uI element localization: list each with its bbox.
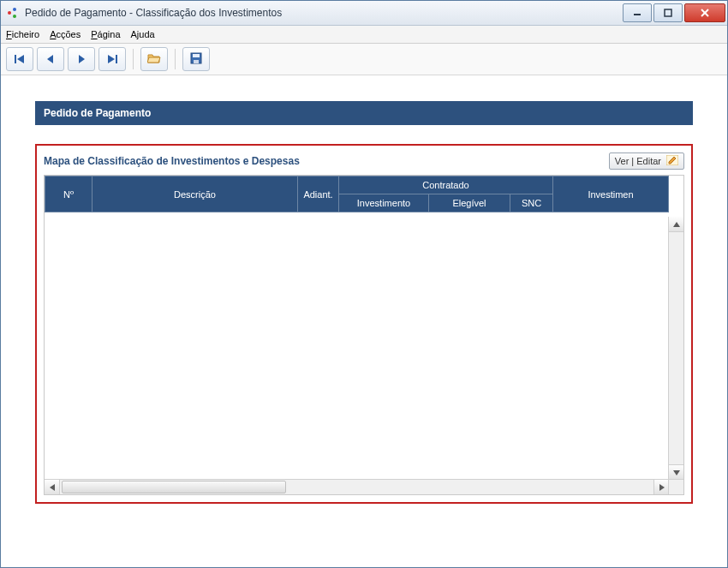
save-button[interactable] [182,47,210,71]
edit-icon [666,155,678,167]
ver-editar-button[interactable]: Ver | Editar [609,152,684,170]
col-numero[interactable]: Nº [45,176,92,212]
svg-rect-7 [15,55,16,63]
toolbar-separator [175,49,176,69]
svg-rect-4 [665,9,671,16]
panel-title: Pedido de Pagamento [35,101,693,125]
svg-point-0 [8,11,11,15]
col-elegivel[interactable]: Elegível [429,194,510,212]
menu-accoes[interactable]: Acções [50,29,81,39]
nav-first-button[interactable] [6,47,33,71]
grid-body-empty [45,212,683,494]
window-title: Pedido de Pagamento - Classificação dos … [25,7,621,19]
col-snc[interactable]: SNC [510,194,553,212]
nav-prev-button[interactable] [37,47,64,71]
scroll-down-arrow-icon[interactable] [669,464,683,480]
svg-rect-12 [116,55,117,63]
horizontal-scroll-thumb[interactable] [62,481,286,493]
svg-line-5 [701,9,708,16]
svg-marker-18 [673,470,680,475]
nav-next-button[interactable] [68,47,95,71]
maximize-button[interactable] [653,3,683,22]
svg-point-1 [13,8,16,11]
ver-editar-label: Ver | Editar [615,156,661,166]
svg-rect-14 [193,54,200,57]
folder-open-icon [147,52,161,66]
col-investimento[interactable]: Investimento [339,194,429,212]
svg-marker-10 [79,55,85,63]
nav-last-button[interactable] [98,47,126,71]
toolbar-separator [133,49,134,69]
scroll-up-arrow-icon[interactable] [669,217,683,232]
scroll-right-arrow-icon[interactable] [653,480,669,494]
minimize-button[interactable] [623,3,652,22]
close-button[interactable] [684,3,725,22]
svg-marker-19 [50,484,55,491]
col-descricao[interactable]: Descrição [92,176,298,212]
window-controls [621,3,725,22]
svg-point-2 [13,15,16,18]
toolbar [1,44,727,75]
scroll-corner [668,479,683,494]
col-adiant[interactable]: Adiant. [298,176,339,212]
horizontal-scrollbar[interactable] [45,479,669,494]
app-icon [6,6,20,20]
section-header: Mapa de Classificação de Investimentos e… [44,151,684,175]
svg-marker-17 [673,222,680,227]
menu-ficheiro[interactable]: Ficheiro [6,29,39,39]
col-group-contratado[interactable]: Contratado [339,176,553,194]
grid-header: Nº Descrição Adiant. Contratado Investim… [45,176,669,212]
svg-marker-9 [47,55,53,63]
svg-rect-15 [194,60,199,63]
menubar: Ficheiro Acções Página Ajuda [1,26,727,44]
svg-marker-20 [659,484,665,491]
content-area: Pedido de Pagamento Mapa de Classificaçã… [1,75,727,567]
svg-marker-11 [108,55,115,63]
menu-pagina[interactable]: Página [91,29,120,39]
section-highlight-frame: Mapa de Classificação de Investimentos e… [35,144,693,504]
vertical-scrollbar[interactable] [668,217,683,480]
col-investimen-overflow[interactable]: Investimen [553,176,669,212]
svg-marker-8 [17,55,24,63]
app-window: Pedido de Pagamento - Classificação dos … [0,0,728,568]
open-button[interactable] [140,47,168,71]
menu-ajuda[interactable]: Ajuda [131,29,155,39]
titlebar: Pedido de Pagamento - Classificação dos … [1,1,727,26]
data-grid[interactable]: Nº Descrição Adiant. Contratado Investim… [44,175,684,495]
svg-line-6 [701,9,708,16]
scroll-left-arrow-icon[interactable] [45,480,60,494]
section-title: Mapa de Classificação de Investimentos e… [44,155,609,167]
save-icon [190,52,202,66]
